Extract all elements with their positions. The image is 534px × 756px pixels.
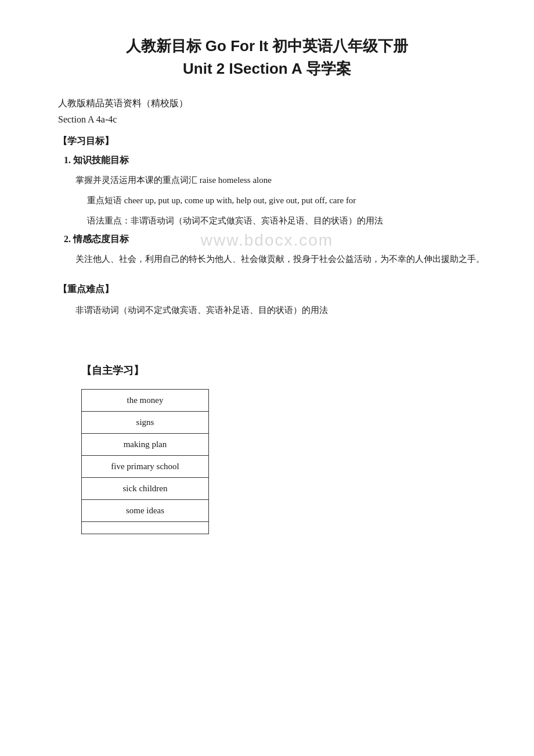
vocabulary-table: the moneysignsmaking planfive primary sc… [81,389,209,534]
vocab-table-cell: sick children [82,478,209,500]
subtitle-section: Section A 4a-4c [58,114,488,125]
page-title: 人教新目标 Go For It 初中英语八年级下册 Unit 2 ISectio… [46,35,488,80]
knowledge-item-header: 1. 知识技能目标 [64,154,488,167]
attitude-detail-1: 关注他人、社会，利用自己的特长为他人、社会做贡献，投身于社会公益活动，为不幸的人… [75,251,488,267]
vocab-table-cell [82,522,209,534]
attitude-item-header: 2. 情感态度目标 [64,233,488,246]
study-goal-label: 【学习目标】 [58,135,488,147]
key-points-label: 【重点难点】 [58,283,488,296]
subtitle-edition: 人教版精品英语资料（精校版） [58,98,488,110]
knowledge-detail-1: 掌握并灵活运用本课的重点词汇 raise homeless alone [75,172,488,188]
vocab-table-cell: some ideas [82,500,209,522]
self-study-label: 【自主学习】 [81,363,488,377]
vocab-table-cell: the money [82,390,209,412]
knowledge-detail-3: 语法重点：非谓语动词（动词不定式做宾语、宾语补足语、目的状语）的用法 [87,213,488,229]
vocab-table-cell: making plan [82,434,209,456]
vocab-table-cell: five primary school [82,456,209,478]
knowledge-detail-2: 重点短语 cheer up, put up, come up with, hel… [87,193,488,208]
vocab-table-cell: signs [82,412,209,434]
key-points-detail: 非谓语动词（动词不定式做宾语、宾语补足语、目的状语）的用法 [75,303,488,318]
